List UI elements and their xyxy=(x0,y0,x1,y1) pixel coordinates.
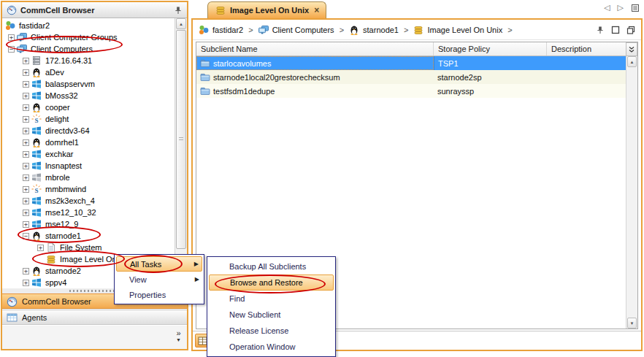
tree-scrollbar[interactable]: ▲ ▼ xyxy=(175,18,187,288)
tree-item-mse12-10-32[interactable]: +mse12_10_32 xyxy=(2,207,175,218)
windows-icon xyxy=(31,79,42,89)
expand-icon[interactable]: + xyxy=(23,128,29,134)
tab-image-level-on-unix[interactable]: Image Level On Unix × xyxy=(207,1,326,18)
table-row-starnode1local20grestorechecksum[interactable]: starnode1local20grestorechecksumstarnode… xyxy=(196,70,626,84)
tree-item-adev[interactable]: +aDev xyxy=(2,66,175,78)
expand-icon[interactable]: + xyxy=(23,210,29,216)
expand-icon[interactable]: + xyxy=(23,268,29,275)
expand-icon[interactable]: + xyxy=(23,116,29,123)
pin-icon[interactable] xyxy=(174,6,183,15)
tree-item-lnsnaptest[interactable]: +lnsnaptest xyxy=(2,160,175,172)
menu-item-release-license[interactable]: Release License xyxy=(209,323,334,339)
tree-item-directdv3-64[interactable]: +directdv3-64 xyxy=(2,125,175,137)
menu-item-backup-all-subclients[interactable]: Backup All Subclients xyxy=(209,258,334,275)
description-cell xyxy=(547,56,626,70)
cell-text: starlocavolumes xyxy=(213,59,271,68)
menu-item-new-subclient[interactable]: New Subclient xyxy=(209,307,334,323)
expand-icon[interactable]: + xyxy=(23,174,29,181)
collapse-icon[interactable]: − xyxy=(23,233,29,239)
menu-item-find[interactable]: Find xyxy=(209,291,334,307)
scroll-up-button[interactable]: ▲ xyxy=(176,18,186,29)
expand-icon[interactable]: + xyxy=(23,58,29,64)
windows-icon xyxy=(31,161,42,171)
breadcrumb-separator: > xyxy=(338,26,345,34)
expand-icon[interactable]: + xyxy=(23,69,29,76)
collapse-icon[interactable]: − xyxy=(8,46,15,53)
breadcrumb-item-client-computers[interactable]: Client Computers xyxy=(258,25,334,35)
expand-icon[interactable]: + xyxy=(23,151,29,158)
expand-more-button[interactable]: » xyxy=(176,330,181,337)
tree-item-cooper[interactable]: +cooper xyxy=(2,101,175,113)
tree-connector xyxy=(37,256,44,263)
cell-text: sunrayssp xyxy=(437,87,474,96)
pin-icon[interactable] xyxy=(596,26,605,34)
tree-item-label: File System xyxy=(58,243,103,252)
expand-icon[interactable]: + xyxy=(37,245,44,251)
table-scroll-down-button[interactable]: ▼ xyxy=(627,318,637,329)
expand-icon[interactable]: + xyxy=(23,93,29,99)
table-scrollbar[interactable]: ▲ ▼ xyxy=(626,56,637,329)
menu-item-browse-and-restore[interactable]: Browse and Restore xyxy=(209,275,334,291)
menu-item-label: Operation Window xyxy=(229,342,296,351)
menu-item-all-tasks[interactable]: All Tasks▶ xyxy=(116,256,202,272)
expand-buttons[interactable]: » ▼ xyxy=(176,330,181,343)
breadcrumb-separator: > xyxy=(402,26,410,34)
filesystem-icon xyxy=(46,242,56,253)
table-row-starlocavolumes[interactable]: starlocavolumesTSP1 xyxy=(196,56,626,70)
tree-item-ms2k3exch-4[interactable]: +ms2k3exch_4 xyxy=(2,195,175,207)
menu-item-operation-window[interactable]: Operation Window xyxy=(209,339,334,355)
breadcrumb-label: fastidar2 xyxy=(212,26,243,34)
tree-item-172-16-64-31[interactable]: +172.16.64.31 xyxy=(2,55,175,66)
tree-item-mmbmwind[interactable]: +Smmbmwind xyxy=(2,183,175,195)
expand-icon[interactable]: + xyxy=(23,198,29,204)
client-tree: fastidar2+Client Computer Groups−Client … xyxy=(2,18,187,288)
tree-item-client-computer-groups[interactable]: +Client Computer Groups xyxy=(2,31,175,43)
table-row-testfsdm1dedupe[interactable]: testfsdm1dedupesunrayssp xyxy=(196,84,626,98)
menu-item-view[interactable]: View▶ xyxy=(116,272,202,287)
tree-item-balaspservvm[interactable]: +balaspservvm xyxy=(2,78,175,90)
folder-icon xyxy=(200,58,210,68)
column-chooser-button[interactable] xyxy=(626,42,637,56)
table-scroll-up-button[interactable]: ▲ xyxy=(627,56,637,67)
column-header-description[interactable]: Description xyxy=(547,42,626,55)
tree-item-fastidar2[interactable]: fastidar2 xyxy=(2,20,175,31)
tree-item-domrhel1[interactable]: +domrhel1 xyxy=(2,137,175,148)
expand-icon[interactable]: + xyxy=(23,186,29,193)
restore-icon[interactable] xyxy=(626,26,635,34)
expand-icon[interactable]: + xyxy=(23,81,29,88)
breadcrumb: fastidar2>Client Computers>starnode1>Ima… xyxy=(193,20,641,40)
column-header-storage-policy[interactable]: Storage Policy xyxy=(434,42,547,55)
splitter-handle xyxy=(69,290,120,292)
column-header-subclient-name[interactable]: Subclient Name xyxy=(196,42,434,55)
nav-forward-icon[interactable]: ▷ xyxy=(618,3,624,12)
tree-item-starnode1[interactable]: −starnode1 xyxy=(2,230,175,242)
scroll-thumb[interactable] xyxy=(176,30,186,249)
expand-icon[interactable]: + xyxy=(23,104,29,111)
expand-caret-button[interactable]: ▼ xyxy=(176,337,181,343)
tree-item-label: mse12_10_32 xyxy=(44,208,98,217)
expand-icon[interactable]: + xyxy=(23,280,29,286)
breadcrumb-item-image-level-on-unix[interactable]: Image Level On Unix xyxy=(413,25,502,35)
maximize-icon[interactable] xyxy=(611,26,620,34)
linux-icon xyxy=(31,231,42,241)
expand-icon[interactable]: + xyxy=(23,221,29,228)
breadcrumb-item-fastidar2[interactable]: fastidar2 xyxy=(199,25,243,35)
tree-item-delight[interactable]: +Sdelight xyxy=(2,113,175,125)
shortcut-bar-agents[interactable]: Agents xyxy=(2,310,187,325)
tree-item-client-computers[interactable]: −Client Computers xyxy=(2,43,175,55)
expand-icon[interactable]: + xyxy=(23,163,29,169)
menu-item-properties[interactable]: Properties xyxy=(116,287,202,302)
tree-item-mbrole[interactable]: +mbrole xyxy=(2,172,175,183)
tab-close-icon[interactable]: × xyxy=(313,5,320,15)
tab-list-icon[interactable] xyxy=(631,4,640,12)
tree-item-exchkar[interactable]: +exchkar xyxy=(2,148,175,160)
nav-back-icon[interactable]: ◁ xyxy=(604,3,610,12)
breadcrumb-item-starnode1[interactable]: starnode1 xyxy=(349,25,399,35)
tree-item-bmoss32[interactable]: +bMoss32 xyxy=(2,90,175,101)
tree-item-mse12-9[interactable]: +mse12_9 xyxy=(2,218,175,230)
cell-text: starnode1local20grestorechecksum xyxy=(213,73,340,82)
expand-icon[interactable]: + xyxy=(23,139,29,146)
solaris-icon: S xyxy=(31,114,42,124)
expand-icon[interactable]: + xyxy=(8,34,15,41)
tree-item-file-system[interactable]: +File System xyxy=(2,242,175,253)
